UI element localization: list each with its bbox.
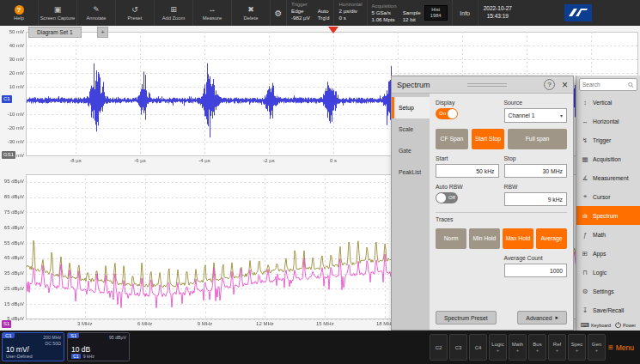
bottom-math-button[interactable]: Math+	[509, 334, 527, 361]
power-button[interactable]: Power	[615, 322, 636, 328]
toolbar-annotate-button[interactable]: ✎Annotate	[77, 0, 116, 26]
save-recall-icon: ↧	[581, 306, 589, 314]
bottom-bus-button[interactable]: Bus+	[528, 334, 546, 361]
search-box[interactable]	[579, 78, 637, 91]
axis-label: 35 dBµV	[1, 270, 24, 276]
c1-tab: C1	[3, 333, 15, 338]
sidebar-item-vertical[interactable]: ↕Vertical	[576, 93, 640, 112]
average-button[interactable]: Average	[536, 228, 567, 249]
drag-handle[interactable]	[434, 83, 540, 87]
display-toggle[interactable]: On	[436, 108, 458, 119]
sidebar-item-spectrum[interactable]: ılıSpectrum	[576, 206, 640, 225]
rbw-field[interactable]: 9 kHz	[504, 192, 568, 206]
info-button[interactable]: Info	[452, 0, 478, 26]
source-select[interactable]: Channel 1 ▾	[504, 108, 568, 123]
logic-icon: ⊓	[581, 269, 589, 276]
cf-span-button[interactable]: CF Span	[436, 129, 468, 149]
sidebar-item-logic[interactable]: ⊓Logic	[576, 263, 640, 282]
chevron-down-icon: ▾	[560, 112, 563, 118]
spectrum-preset-button[interactable]: Spectrum Preset	[436, 311, 497, 325]
auto-rbw-toggle[interactable]: Off	[436, 192, 458, 203]
toolbar-help-button[interactable]: ?Help	[0, 0, 39, 26]
cursor-icon: ⌖	[581, 192, 589, 201]
help-icon[interactable]: ?	[544, 79, 555, 90]
sidebar-item-label: Acquisition	[593, 156, 621, 162]
channel-c1-marker[interactable]: C1	[2, 95, 12, 103]
search-input[interactable]	[582, 82, 626, 88]
diagram-tab-add-button[interactable]: +	[97, 27, 108, 38]
acquisition-icon: ▦	[581, 155, 589, 163]
history-badge[interactable]: Hist 1984	[424, 5, 448, 21]
keyboard-button[interactable]: ⌨ Keyboard	[581, 322, 611, 329]
horizontal-panel[interactable]: Horizontal 2 µs/div 0 s	[333, 0, 366, 26]
sidebar-item-horizontal[interactable]: ↔Horizontal	[576, 112, 640, 130]
sidebar-item-save-recall[interactable]: ↧Save/Recall	[576, 300, 640, 319]
dialog-tab-peaklist[interactable]: PeakList	[392, 161, 430, 183]
close-icon[interactable]: ×	[562, 79, 568, 91]
gate-gs1-marker[interactable]: GS1	[2, 151, 15, 159]
toolbar-delete-button[interactable]: ✖Delete	[232, 0, 271, 26]
sidebar-menu: ↕Vertical↔Horizontal↯Trigger▦Acquisition…	[576, 93, 640, 319]
axis-label: -30 mV	[1, 139, 24, 144]
menu-label: Menu	[616, 343, 634, 352]
dialog-tab-setup[interactable]: Setup	[392, 97, 430, 118]
toolbar-screen-capture-button[interactable]: ▣Screen Capture	[39, 0, 77, 26]
span-mode-buttons: CF SpanStart StopFull span	[436, 129, 567, 149]
spectrum-s1-marker[interactable]: S1	[2, 320, 11, 328]
toolbar-measure-button[interactable]: ↔Measure	[193, 0, 232, 26]
sidebar-item-settings[interactable]: ⚙Settings	[576, 282, 640, 300]
sidebar-item-apps[interactable]: ⊞Apps	[576, 244, 640, 263]
dialog-titlebar[interactable]: Spectrum ? ×	[392, 76, 573, 94]
rbw-label: RBW	[504, 184, 568, 190]
toolbar-button-label: Annotate	[86, 15, 106, 21]
channel-c1-block[interactable]: C1 10 mV/ 200 MHz DC 50Ω User-Defined	[2, 332, 64, 361]
start-stop-button[interactable]: Start Stop	[472, 129, 504, 149]
dialog-tab-gate[interactable]: Gate	[392, 140, 430, 161]
bottom-c2-button[interactable]: C2	[430, 334, 448, 361]
average-count-field[interactable]: 1000	[504, 264, 568, 277]
settings-icon: ⚙	[581, 288, 589, 295]
add-button-label: Bus	[533, 342, 541, 347]
diagram-tab[interactable]: Diagram Set 1	[28, 27, 82, 38]
spectrum-dialog: Spectrum ? × SetupScaleGatePeakList Disp…	[391, 76, 574, 331]
spectrum-s1-block[interactable]: S1 10 dB 95 dBµV C1 9 kHz	[67, 332, 130, 361]
norm-button[interactable]: Norm	[436, 228, 466, 249]
bottom-ref-button[interactable]: Ref+	[548, 334, 566, 361]
toolbar-add-zoom-button[interactable]: ⊞Add Zoom	[155, 0, 193, 26]
sidebar-item-trigger[interactable]: ↯Trigger	[576, 130, 640, 149]
bottom-c4-button[interactable]: C4	[469, 334, 487, 361]
acquisition-panel[interactable]: Acquisition 5 GSa/s Sample 1.06 Mpts 12 …	[367, 0, 452, 26]
add-icon: +	[556, 348, 559, 353]
stop-frequency-field[interactable]: 30 MHz	[504, 164, 568, 178]
toolbar-preset-button[interactable]: ↺Preset	[116, 0, 155, 26]
average-count-label: Average Count	[504, 255, 568, 261]
sidebar-item-cursor[interactable]: ⌖Cursor	[576, 187, 640, 206]
advanced-button[interactable]: Advanced ▸	[517, 311, 567, 325]
menu-button[interactable]: ≡ Menu	[602, 331, 640, 364]
bottom-spec-button[interactable]: Spec+	[568, 334, 586, 361]
bottom-c3-button[interactable]: C3	[449, 334, 467, 361]
dialog-tab-scale[interactable]: Scale	[392, 118, 430, 140]
sidebar-item-math[interactable]: ƒMath	[576, 225, 640, 244]
sidebar-item-measurement[interactable]: ∡Measurement	[576, 168, 640, 187]
sidebar-item-label: Trigger	[593, 137, 611, 143]
toolbar-button-label: Screen Capture	[40, 15, 76, 21]
trigger-position-marker[interactable]	[328, 27, 338, 33]
axis-label: 6 MHz	[132, 321, 158, 326]
start-frequency-field[interactable]: 50 kHz	[436, 164, 499, 178]
axis-label: 50 mV	[1, 29, 24, 34]
s1-source-chip: C1	[71, 354, 81, 359]
min-hold-button[interactable]: Min Hold	[469, 228, 500, 249]
dialog-title: Spectrum	[397, 81, 430, 89]
trigger-panel[interactable]: Trigger Edge Auto -982 µV Trg'd	[286, 0, 333, 26]
top-toolbar: ?Help▣Screen Capture✎Annotate↺Preset⊞Add…	[0, 0, 640, 26]
toolbar-button-label: Preset	[128, 15, 143, 21]
add-icon: +	[576, 348, 579, 353]
bottom-logic-button[interactable]: Logic+	[489, 334, 507, 361]
max-hold-button[interactable]: Max Hold	[503, 228, 533, 249]
full-span-button[interactable]: Full span	[508, 129, 567, 149]
sidebar-item-acquisition[interactable]: ▦Acquisition	[576, 149, 640, 168]
gear-icon[interactable]: ⚙	[271, 0, 286, 26]
axis-label: -10 mV	[1, 112, 24, 117]
advanced-label: Advanced	[526, 315, 552, 321]
